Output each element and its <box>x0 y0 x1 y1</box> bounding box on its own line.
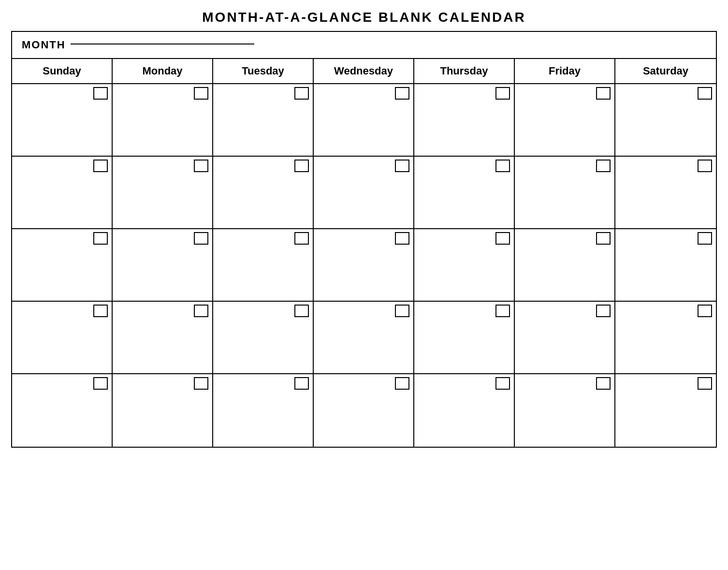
page-title: MONTH-AT-A-GLANCE BLANK CALENDAR <box>11 10 717 25</box>
calendar-cell[interactable] <box>314 302 414 374</box>
date-box <box>194 232 208 245</box>
calendar-cell[interactable] <box>515 157 615 229</box>
calendar-cell[interactable] <box>615 84 716 157</box>
date-box <box>294 377 309 390</box>
date-box <box>294 232 309 245</box>
date-box <box>93 377 108 390</box>
calendar-cell[interactable] <box>314 157 414 229</box>
calendar-container: MONTH Sunday Monday Tuesday Wednesday Th… <box>11 31 717 448</box>
date-box <box>395 305 409 317</box>
date-box <box>596 377 611 390</box>
calendar-cell[interactable] <box>615 229 716 302</box>
calendar-cell[interactable] <box>515 374 615 447</box>
date-box <box>596 87 611 100</box>
date-box <box>495 160 510 172</box>
date-box <box>495 305 510 317</box>
date-box <box>596 305 611 317</box>
date-box <box>596 160 611 172</box>
day-header-monday: Monday <box>113 59 213 83</box>
calendar-cell[interactable] <box>213 157 314 229</box>
month-line <box>71 44 254 44</box>
calendar-cell[interactable] <box>12 84 113 157</box>
calendar-cell[interactable] <box>414 229 515 302</box>
day-header-wednesday: Wednesday <box>314 59 414 83</box>
date-box <box>395 377 409 390</box>
calendar-cell[interactable] <box>414 374 515 447</box>
calendar-cell[interactable] <box>314 229 414 302</box>
calendar-cell[interactable] <box>213 229 314 302</box>
date-box <box>698 160 712 172</box>
calendar-cell[interactable] <box>414 84 515 157</box>
date-box <box>294 160 309 172</box>
day-header-friday: Friday <box>515 59 615 83</box>
date-box <box>93 160 108 172</box>
calendar-cell[interactable] <box>515 84 615 157</box>
date-box <box>93 305 108 317</box>
date-box <box>93 87 108 100</box>
date-box <box>194 160 208 172</box>
calendar-cell[interactable] <box>414 157 515 229</box>
calendar-cell[interactable] <box>213 302 314 374</box>
date-box <box>294 87 309 100</box>
calendar-cell[interactable] <box>213 84 314 157</box>
date-box <box>194 377 208 390</box>
page: MONTH-AT-A-GLANCE BLANK CALENDAR MONTH S… <box>11 10 717 448</box>
calendar-cell[interactable] <box>113 302 213 374</box>
date-box <box>93 232 108 245</box>
calendar-cell[interactable] <box>213 374 314 447</box>
days-header: Sunday Monday Tuesday Wednesday Thursday… <box>12 59 716 84</box>
calendar-cell[interactable] <box>515 229 615 302</box>
day-header-thursday: Thursday <box>414 59 515 83</box>
calendar-cell[interactable] <box>113 374 213 447</box>
calendar-cell[interactable] <box>12 374 113 447</box>
calendar-cell[interactable] <box>314 84 414 157</box>
calendar-cell[interactable] <box>12 229 113 302</box>
calendar-cell[interactable] <box>414 302 515 374</box>
calendar-grid <box>12 84 716 447</box>
calendar-cell[interactable] <box>113 84 213 157</box>
day-header-sunday: Sunday <box>12 59 113 83</box>
month-label: MONTH <box>22 39 66 51</box>
date-box <box>395 232 409 245</box>
calendar-cell[interactable] <box>12 302 113 374</box>
date-box <box>194 87 208 100</box>
date-box <box>698 305 712 317</box>
month-row: MONTH <box>12 32 716 59</box>
date-box <box>596 232 611 245</box>
calendar-cell[interactable] <box>12 157 113 229</box>
calendar-cell[interactable] <box>314 374 414 447</box>
date-box <box>698 87 712 100</box>
day-header-tuesday: Tuesday <box>213 59 314 83</box>
calendar-cell[interactable] <box>615 302 716 374</box>
calendar-cell[interactable] <box>615 157 716 229</box>
date-box <box>194 305 208 317</box>
date-box <box>698 232 712 245</box>
date-box <box>294 305 309 317</box>
calendar-cell[interactable] <box>615 374 716 447</box>
day-header-saturday: Saturday <box>615 59 716 83</box>
date-box <box>495 87 510 100</box>
date-box <box>495 377 510 390</box>
calendar-cell[interactable] <box>113 157 213 229</box>
date-box <box>495 232 510 245</box>
calendar-cell[interactable] <box>515 302 615 374</box>
date-box <box>698 377 712 390</box>
date-box <box>395 87 409 100</box>
date-box <box>395 160 409 172</box>
calendar-cell[interactable] <box>113 229 213 302</box>
